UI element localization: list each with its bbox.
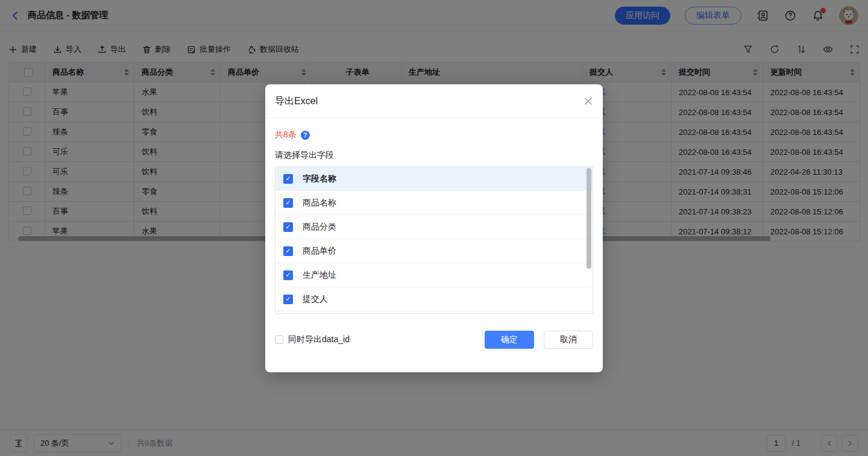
close-icon[interactable] (583, 96, 593, 106)
record-count: 共8条 (275, 130, 297, 140)
field-checkbox-checked[interactable]: ✓ (283, 270, 293, 280)
field-label: 商品名称 (303, 198, 336, 208)
dataid-label: 同时导出data_id (288, 334, 350, 345)
field-checkbox-checked[interactable]: ✓ (283, 295, 293, 304)
export-dataid-option[interactable]: 同时导出data_id (275, 334, 350, 345)
dataid-checkbox[interactable] (275, 336, 283, 344)
field-label: 生产地址 (303, 270, 336, 281)
field-row[interactable]: ✓生产地址 (275, 263, 593, 287)
export-excel-dialog: 导出Excel 共8条 ? 请选择导出字段 ✓字段名称✓商品名称✓商品分类✓商品… (265, 84, 603, 372)
field-label: 字段名称 (303, 173, 336, 184)
select-fields-label: 请选择导出字段 (275, 150, 593, 161)
field-label: 商品分类 (303, 222, 336, 233)
field-checkbox-checked[interactable]: ✓ (283, 198, 293, 208)
field-row[interactable]: ✓商品单价 (275, 239, 593, 263)
field-row[interactable]: ✓提交人 (275, 287, 593, 311)
field-checkbox-checked[interactable]: ✓ (283, 222, 293, 232)
field-label: 提交人 (303, 294, 328, 305)
help-badge-icon[interactable]: ? (301, 131, 310, 140)
confirm-button[interactable]: 确定 (485, 331, 534, 349)
vertical-scrollbar[interactable] (587, 168, 591, 269)
field-list: ✓字段名称✓商品名称✓商品分类✓商品单价✓生产地址✓提交人 (275, 166, 593, 314)
field-checkbox-checked[interactable]: ✓ (283, 246, 293, 256)
cancel-button[interactable]: 取消 (544, 331, 593, 349)
field-label: 商品单价 (303, 246, 336, 257)
field-row[interactable]: ✓商品分类 (275, 215, 593, 239)
field-row[interactable]: ✓商品名称 (275, 191, 593, 215)
dialog-title: 导出Excel (275, 95, 318, 108)
field-row[interactable]: ✓字段名称 (275, 167, 593, 191)
app-window: 商品信息 - 数据管理 应用访问 编辑表单 新建 (0, 0, 868, 456)
field-checkbox-checked[interactable]: ✓ (283, 174, 293, 184)
